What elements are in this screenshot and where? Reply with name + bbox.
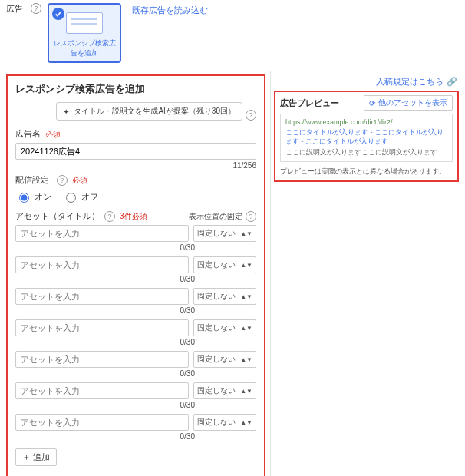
highlight-form: レスポンシブ検索広告を追加 ✦ タイトル・説明文を生成AIが提案（残り30回） … [6,74,265,476]
preview-column: 入稿規定はこちら🔗 広告プレビュー ⟳ 他のアセットを表示 https://ww… [271,71,465,182]
required-badge: 3件必須 [120,211,147,222]
help-icon[interactable]: ? [104,211,115,222]
asset-input[interactable] [15,225,189,242]
title-asset-row: 固定しない▲▼ [15,319,256,336]
asset-counter: 0/30 [15,432,195,441]
section-label: 広告 [6,3,23,15]
radio-off[interactable] [66,193,76,203]
delivery-radio-group: オン オフ [15,190,256,203]
asset-input[interactable] [15,319,189,336]
pin-select[interactable]: 固定しない▲▼ [193,225,256,242]
asset-input[interactable] [15,414,189,431]
help-icon[interactable]: ? [246,110,256,121]
preview-note: プレビューは実際の表示とは異なる場合があります。 [275,165,457,180]
chevron-updown-icon: ▲▼ [240,419,252,426]
spec-link[interactable]: 入稿規定はこちら🔗 [271,76,465,88]
ai-suggest-button[interactable]: ✦ タイトル・説明文を生成AIが提案（残り30回） [56,102,242,121]
ad-name-counter: 11/256 [15,161,256,170]
delivery-on[interactable]: オン [15,190,51,203]
top-bar: 広告 ? レスポンシブ検索広告を追加 既存広告を読み込む [0,0,465,71]
ad-type-caption: レスポンシブ検索広告を追加 [49,37,120,61]
check-icon [52,8,64,20]
ad-type-card[interactable]: レスポンシブ検索広告を追加 [48,3,121,63]
title-asset-row: 固定しない▲▼ [15,225,256,242]
refresh-icon: ⟳ [369,99,375,107]
add-asset-button[interactable]: ＋ 追加 [15,448,57,466]
asset-counter: 0/30 [15,401,195,409]
title-asset-row: 固定しない▲▼ [15,256,256,273]
asset-input[interactable] [15,382,189,399]
pin-select[interactable]: 固定しない▲▼ [193,382,256,399]
asset-counter: 0/30 [15,275,195,283]
chevron-updown-icon: ▲▼ [240,230,252,237]
title-asset-row: 固定しない▲▼ [15,382,256,399]
position-label: 表示位置の固定 [189,211,242,222]
ad-name-input[interactable] [15,143,256,160]
pin-select[interactable]: 固定しない▲▼ [193,256,256,273]
chevron-updown-icon: ▲▼ [240,293,252,300]
chevron-updown-icon: ▲▼ [240,325,252,332]
pin-select[interactable]: 固定しない▲▼ [193,288,256,305]
chevron-updown-icon: ▲▼ [240,388,252,395]
title-asset-row: 固定しない▲▼ [15,288,256,305]
highlight-preview: 広告プレビュー ⟳ 他のアセットを表示 https://www.example.… [274,91,459,182]
title-asset-row: 固定しない▲▼ [15,351,256,368]
chevron-updown-icon: ▲▼ [240,262,252,269]
form-title: レスポンシブ検索広告を追加 [15,82,256,96]
load-existing-link[interactable]: 既存広告を読み込む [132,5,208,16]
asset-input[interactable] [15,256,189,273]
pin-select[interactable]: 固定しない▲▼ [193,351,256,368]
preview-title: 広告プレビュー [280,98,339,109]
sample-desc: ここに説明文が入りますここに説明文が入ります [285,147,447,157]
help-icon[interactable]: ? [57,175,68,186]
ad-preview-sample: https://www.example.com/dir1/dir2/ ここにタイ… [280,114,453,162]
asset-input[interactable] [15,288,189,305]
radio-on[interactable] [19,193,29,203]
show-other-assets-button[interactable]: ⟳ 他のアセットを表示 [364,95,453,111]
pin-select[interactable]: 固定しない▲▼ [193,319,256,336]
help-icon[interactable]: ? [246,211,256,222]
delivery-label: 配信設定 [15,174,49,186]
help-icon[interactable]: ? [31,3,41,14]
external-link-icon: 🔗 [447,77,457,86]
asset-counter: 0/30 [15,306,195,315]
pin-select[interactable]: 固定しない▲▼ [193,414,256,431]
required-badge: 必須 [72,175,87,186]
required-badge: 必須 [45,129,61,140]
asset-input[interactable] [15,351,189,368]
asset-title-label: アセット（タイトル） [15,210,100,222]
form-column: レスポンシブ検索広告を追加 ✦ タイトル・説明文を生成AIが提案（残り30回） … [0,71,271,476]
sample-url: https://www.example.com/dir1/dir2/ [285,118,447,126]
sparkle-icon: ✦ [63,107,69,116]
asset-counter: 0/30 [15,243,195,252]
sample-titles: ここにタイトルが入ります - ここにタイトルが入ります - ここにタイトルが入り… [285,127,447,146]
delivery-off[interactable]: オフ [62,190,98,203]
asset-counter: 0/30 [15,338,195,346]
ad-name-label: 広告名 [15,128,41,140]
ad-icon [66,12,103,34]
asset-counter: 0/30 [15,369,195,378]
chevron-updown-icon: ▲▼ [240,356,252,363]
title-asset-row: 固定しない▲▼ [15,414,256,431]
